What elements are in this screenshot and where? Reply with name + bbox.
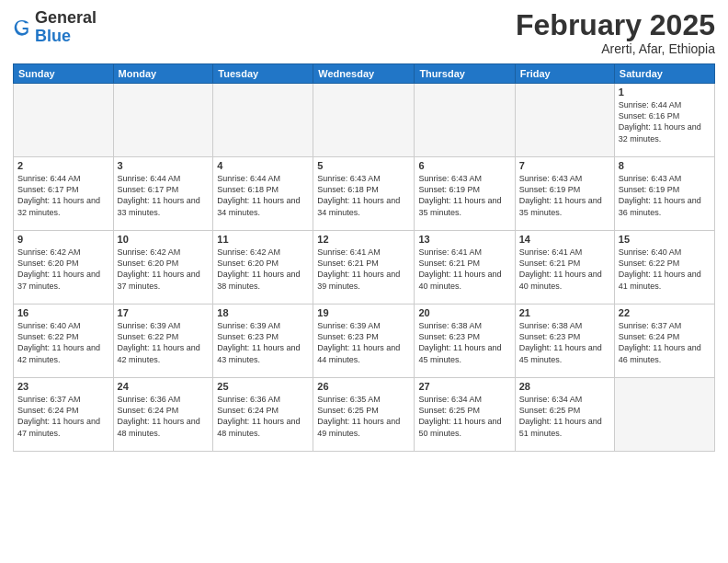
day-info: Sunrise: 6:41 AM Sunset: 6:21 PM Dayligh… [418, 247, 510, 292]
table-row: 9Sunrise: 6:42 AM Sunset: 6:20 PM Daylig… [14, 231, 114, 304]
day-info: Sunrise: 6:34 AM Sunset: 6:25 PM Dayligh… [418, 394, 510, 439]
col-thursday: Thursday [415, 64, 515, 84]
page-header: General Blue February 2025 Arerti, Afar,… [13, 9, 715, 56]
title-block: February 2025 Arerti, Afar, Ethiopia [516, 9, 715, 56]
day-info: Sunrise: 6:43 AM Sunset: 6:19 PM Dayligh… [418, 173, 510, 218]
table-row: 22Sunrise: 6:37 AM Sunset: 6:24 PM Dayli… [614, 304, 714, 378]
table-row: 20Sunrise: 6:38 AM Sunset: 6:23 PM Dayli… [415, 304, 515, 378]
day-info: Sunrise: 6:44 AM Sunset: 6:16 PM Dayligh… [619, 99, 711, 144]
table-row: 7Sunrise: 6:43 AM Sunset: 6:19 PM Daylig… [515, 157, 614, 231]
table-row [415, 84, 515, 157]
day-info: Sunrise: 6:43 AM Sunset: 6:18 PM Dayligh… [317, 173, 410, 218]
col-monday: Monday [113, 64, 213, 84]
day-info: Sunrise: 6:44 AM Sunset: 6:17 PM Dayligh… [17, 173, 109, 218]
day-info: Sunrise: 6:40 AM Sunset: 6:22 PM Dayligh… [619, 247, 711, 292]
day-number: 16 [17, 307, 109, 318]
calendar-week-4: 16Sunrise: 6:40 AM Sunset: 6:22 PM Dayli… [14, 304, 715, 378]
day-number: 1 [619, 86, 711, 98]
logo-blue-text: Blue [35, 27, 71, 45]
day-info: Sunrise: 6:34 AM Sunset: 6:25 PM Dayligh… [519, 394, 610, 439]
day-number: 5 [317, 160, 410, 171]
day-info: Sunrise: 6:43 AM Sunset: 6:19 PM Dayligh… [619, 173, 711, 218]
day-number: 14 [519, 234, 610, 245]
table-row: 2Sunrise: 6:44 AM Sunset: 6:17 PM Daylig… [14, 157, 114, 231]
table-row [614, 378, 714, 452]
table-row [515, 84, 614, 157]
col-sunday: Sunday [14, 64, 114, 84]
table-row: 24Sunrise: 6:36 AM Sunset: 6:24 PM Dayli… [113, 378, 213, 452]
day-number: 6 [418, 160, 510, 171]
day-info: Sunrise: 6:40 AM Sunset: 6:22 PM Dayligh… [17, 320, 109, 365]
day-info: Sunrise: 6:38 AM Sunset: 6:23 PM Dayligh… [418, 320, 510, 365]
table-row: 28Sunrise: 6:34 AM Sunset: 6:25 PM Dayli… [515, 378, 614, 452]
day-number: 15 [619, 234, 711, 245]
day-info: Sunrise: 6:39 AM Sunset: 6:23 PM Dayligh… [317, 320, 410, 365]
day-info: Sunrise: 6:41 AM Sunset: 6:21 PM Dayligh… [317, 247, 410, 292]
col-wednesday: Wednesday [313, 64, 415, 84]
table-row: 23Sunrise: 6:37 AM Sunset: 6:24 PM Dayli… [14, 378, 114, 452]
calendar-header-row: Sunday Monday Tuesday Wednesday Thursday… [14, 64, 715, 84]
table-row: 15Sunrise: 6:40 AM Sunset: 6:22 PM Dayli… [614, 231, 714, 304]
day-number: 20 [418, 307, 510, 318]
day-number: 10 [118, 234, 210, 245]
table-row: 14Sunrise: 6:41 AM Sunset: 6:21 PM Dayli… [515, 231, 614, 304]
day-info: Sunrise: 6:44 AM Sunset: 6:17 PM Dayligh… [118, 173, 210, 218]
day-number: 8 [619, 160, 711, 171]
table-row: 19Sunrise: 6:39 AM Sunset: 6:23 PM Dayli… [313, 304, 415, 378]
table-row: 21Sunrise: 6:38 AM Sunset: 6:23 PM Dayli… [515, 304, 614, 378]
day-number: 12 [317, 234, 410, 245]
day-number: 2 [17, 160, 109, 171]
day-info: Sunrise: 6:42 AM Sunset: 6:20 PM Dayligh… [118, 247, 210, 292]
day-info: Sunrise: 6:37 AM Sunset: 6:24 PM Dayligh… [17, 394, 109, 439]
day-number: 11 [217, 234, 309, 245]
day-number: 21 [519, 307, 610, 318]
table-row: 16Sunrise: 6:40 AM Sunset: 6:22 PM Dayli… [14, 304, 114, 378]
calendar: Sunday Monday Tuesday Wednesday Thursday… [13, 63, 715, 452]
table-row: 8Sunrise: 6:43 AM Sunset: 6:19 PM Daylig… [614, 157, 714, 231]
table-row: 25Sunrise: 6:36 AM Sunset: 6:24 PM Dayli… [213, 378, 313, 452]
day-info: Sunrise: 6:37 AM Sunset: 6:24 PM Dayligh… [619, 320, 711, 365]
table-row: 18Sunrise: 6:39 AM Sunset: 6:23 PM Dayli… [213, 304, 313, 378]
logo-icon [13, 18, 31, 37]
day-number: 22 [619, 307, 711, 318]
day-number: 25 [217, 381, 309, 392]
day-number: 18 [217, 307, 309, 318]
day-info: Sunrise: 6:42 AM Sunset: 6:20 PM Dayligh… [17, 247, 109, 292]
table-row: 1Sunrise: 6:44 AM Sunset: 6:16 PM Daylig… [614, 84, 714, 157]
table-row: 6Sunrise: 6:43 AM Sunset: 6:19 PM Daylig… [415, 157, 515, 231]
day-info: Sunrise: 6:36 AM Sunset: 6:24 PM Dayligh… [118, 394, 210, 439]
day-info: Sunrise: 6:39 AM Sunset: 6:23 PM Dayligh… [217, 320, 309, 365]
calendar-week-2: 2Sunrise: 6:44 AM Sunset: 6:17 PM Daylig… [14, 157, 715, 231]
month-title: February 2025 [516, 9, 715, 41]
table-row: 10Sunrise: 6:42 AM Sunset: 6:20 PM Dayli… [113, 231, 213, 304]
table-row: 26Sunrise: 6:35 AM Sunset: 6:25 PM Dayli… [313, 378, 415, 452]
day-info: Sunrise: 6:35 AM Sunset: 6:25 PM Dayligh… [317, 394, 410, 439]
col-saturday: Saturday [614, 64, 714, 84]
col-tuesday: Tuesday [213, 64, 313, 84]
table-row [113, 84, 213, 157]
location: Arerti, Afar, Ethiopia [516, 41, 715, 56]
day-number: 26 [317, 381, 410, 392]
day-info: Sunrise: 6:41 AM Sunset: 6:21 PM Dayligh… [519, 247, 610, 292]
day-number: 13 [418, 234, 510, 245]
day-info: Sunrise: 6:38 AM Sunset: 6:23 PM Dayligh… [519, 320, 610, 365]
day-number: 9 [17, 234, 109, 245]
day-number: 24 [118, 381, 210, 392]
day-number: 19 [317, 307, 410, 318]
day-info: Sunrise: 6:39 AM Sunset: 6:22 PM Dayligh… [118, 320, 210, 365]
day-number: 17 [118, 307, 210, 318]
table-row: 3Sunrise: 6:44 AM Sunset: 6:17 PM Daylig… [113, 157, 213, 231]
table-row: 27Sunrise: 6:34 AM Sunset: 6:25 PM Dayli… [415, 378, 515, 452]
table-row [213, 84, 313, 157]
day-info: Sunrise: 6:36 AM Sunset: 6:24 PM Dayligh… [217, 394, 309, 439]
day-info: Sunrise: 6:44 AM Sunset: 6:18 PM Dayligh… [217, 173, 309, 218]
table-row: 11Sunrise: 6:42 AM Sunset: 6:20 PM Dayli… [213, 231, 313, 304]
table-row: 12Sunrise: 6:41 AM Sunset: 6:21 PM Dayli… [313, 231, 415, 304]
day-info: Sunrise: 6:43 AM Sunset: 6:19 PM Dayligh… [519, 173, 610, 218]
table-row: 13Sunrise: 6:41 AM Sunset: 6:21 PM Dayli… [415, 231, 515, 304]
day-number: 7 [519, 160, 610, 171]
day-info: Sunrise: 6:42 AM Sunset: 6:20 PM Dayligh… [217, 247, 309, 292]
calendar-week-1: 1Sunrise: 6:44 AM Sunset: 6:16 PM Daylig… [14, 84, 715, 157]
calendar-week-5: 23Sunrise: 6:37 AM Sunset: 6:24 PM Dayli… [14, 378, 715, 452]
logo-general-text: General [35, 8, 97, 27]
